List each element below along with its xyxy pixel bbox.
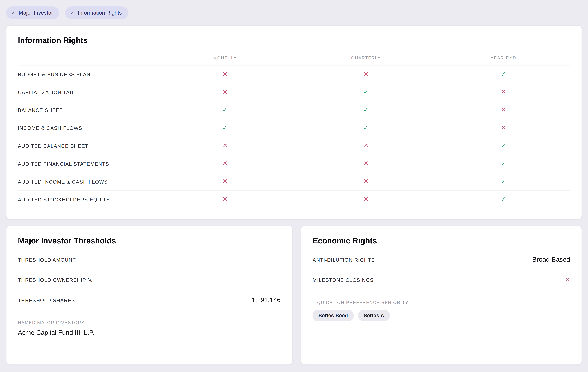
threshold-ownership-label: Threshold Ownership % bbox=[18, 277, 93, 283]
row-label: Budget & Business Plan bbox=[18, 71, 155, 77]
cross-icon bbox=[363, 71, 368, 77]
milestone-closings-label: Milestone Closings bbox=[313, 277, 374, 283]
column-header-quarterly: Quarterly bbox=[295, 56, 437, 60]
threshold-ownership-row: Threshold Ownership % - bbox=[18, 270, 281, 290]
table-row: Capitalization Table bbox=[18, 84, 570, 101]
check-icon bbox=[71, 10, 74, 15]
threshold-amount-label: Threshold Amount bbox=[18, 257, 76, 263]
check-icon bbox=[501, 178, 506, 185]
seniority-tags: Series Seed Series A bbox=[313, 310, 570, 321]
threshold-shares-row: Threshold Shares 1,191,146 bbox=[18, 290, 281, 310]
table-row: Audited Financial Statements bbox=[18, 155, 570, 173]
cross-icon bbox=[222, 71, 228, 77]
row-label: Income & Cash Flows bbox=[18, 125, 155, 131]
cross-icon bbox=[501, 107, 506, 113]
check-icon bbox=[363, 89, 368, 95]
threshold-amount-value: - bbox=[278, 256, 281, 264]
column-header-year-end: Year-End bbox=[437, 56, 570, 60]
page: Major Investor Information Rights Inform… bbox=[0, 0, 588, 372]
table-row: Audited Stockholders Equity bbox=[18, 191, 570, 208]
row-label: Audited Balance Sheet bbox=[18, 143, 155, 149]
row-label: Capitalization Table bbox=[18, 89, 155, 95]
information-rights-card: Information Rights Monthly Quarterly Yea… bbox=[6, 25, 582, 219]
filter-chip-information-rights[interactable]: Information Rights bbox=[65, 6, 128, 19]
row-label: Audited Stockholders Equity bbox=[18, 197, 155, 202]
filter-chip-label: Information Rights bbox=[78, 10, 122, 16]
anti-dilution-row: Anti-Dilution Rights Broad Based bbox=[313, 250, 570, 270]
filter-bar: Major Investor Information Rights bbox=[0, 0, 588, 25]
cross-icon bbox=[501, 89, 506, 95]
cross-icon bbox=[222, 89, 228, 95]
named-major-investors-label: Named Major Investors bbox=[18, 320, 281, 325]
table-row: Income & Cash Flows bbox=[18, 119, 570, 137]
cross-icon bbox=[222, 142, 228, 149]
seniority-tag-series-seed: Series Seed bbox=[313, 310, 354, 321]
cross-icon bbox=[565, 277, 570, 283]
liquidation-preference-block: Liquidation Preference Seniority Series … bbox=[313, 300, 570, 321]
information-rights-title: Information Rights bbox=[18, 36, 570, 45]
cross-icon bbox=[222, 160, 228, 167]
anti-dilution-value: Broad Based bbox=[532, 256, 570, 264]
cross-icon bbox=[363, 178, 368, 185]
filter-chip-major-investor[interactable]: Major Investor bbox=[6, 6, 60, 19]
thresholds-title: Major Investor Thresholds bbox=[18, 236, 281, 245]
threshold-shares-label: Threshold Shares bbox=[18, 297, 75, 303]
check-icon bbox=[11, 10, 15, 15]
named-major-investors-value: Acme Capital Fund III, L.P. bbox=[18, 329, 281, 337]
economic-rights-title: Economic Rights bbox=[313, 236, 570, 245]
major-investor-thresholds-card: Major Investor Thresholds Threshold Amou… bbox=[6, 225, 292, 365]
threshold-ownership-value: - bbox=[278, 276, 281, 284]
table-header-row: Monthly Quarterly Year-End bbox=[18, 50, 570, 65]
threshold-amount-row: Threshold Amount - bbox=[18, 250, 281, 270]
cross-icon bbox=[222, 196, 228, 203]
check-icon bbox=[222, 107, 228, 113]
cross-icon bbox=[501, 125, 506, 131]
cross-icon bbox=[363, 196, 368, 203]
check-icon bbox=[222, 125, 228, 131]
cross-icon bbox=[363, 160, 368, 167]
cross-icon bbox=[363, 142, 368, 149]
filter-chip-label: Major Investor bbox=[19, 10, 53, 16]
milestone-closings-row: Milestone Closings bbox=[313, 270, 570, 290]
check-icon bbox=[501, 160, 506, 167]
row-label: Audited Financial Statements bbox=[18, 161, 155, 167]
check-icon bbox=[501, 142, 506, 149]
check-icon bbox=[501, 196, 506, 203]
liquidation-preference-label: Liquidation Preference Seniority bbox=[313, 300, 570, 305]
check-icon bbox=[363, 125, 368, 131]
table-row: Balance Sheet bbox=[18, 101, 570, 119]
anti-dilution-label: Anti-Dilution Rights bbox=[313, 257, 375, 263]
table-row: Audited Income & Cash Flows bbox=[18, 173, 570, 191]
row-label: Balance Sheet bbox=[18, 107, 155, 113]
economic-rights-card: Economic Rights Anti-Dilution Rights Bro… bbox=[301, 225, 582, 365]
threshold-shares-value: 1,191,146 bbox=[252, 296, 281, 304]
check-icon bbox=[363, 107, 368, 113]
bottom-cards: Major Investor Thresholds Threshold Amou… bbox=[6, 225, 582, 365]
seniority-tag-series-a: Series A bbox=[358, 310, 390, 321]
row-label: Audited Income & Cash Flows bbox=[18, 179, 155, 185]
check-icon bbox=[501, 71, 506, 77]
table-row: Budget & Business Plan bbox=[18, 65, 570, 83]
cross-icon bbox=[222, 178, 228, 185]
named-major-investors-block: Named Major Investors Acme Capital Fund … bbox=[18, 320, 281, 337]
column-header-monthly: Monthly bbox=[155, 56, 295, 60]
table-row: Audited Balance Sheet bbox=[18, 137, 570, 155]
